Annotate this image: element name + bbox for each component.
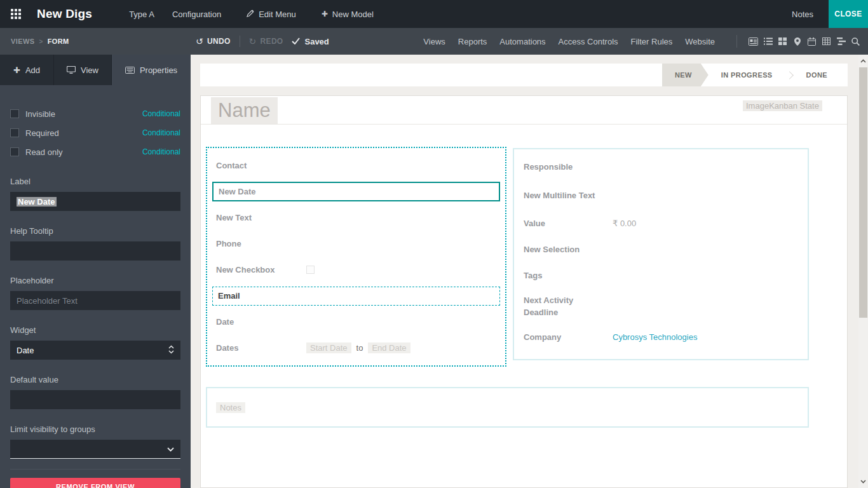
stage-new[interactable]: NEW: [662, 64, 709, 86]
company-link[interactable]: Cybrosys Technologies: [613, 332, 697, 342]
monitor-icon: [67, 66, 76, 74]
notes-menu[interactable]: Notes: [792, 10, 813, 19]
end-date-placeholder[interactable]: End Date: [368, 342, 410, 353]
required-conditional-link[interactable]: Conditional: [142, 128, 180, 137]
studio-toolbar: VIEWS > FORM ↺ UNDO ↻ REDO Saved Views: [0, 28, 868, 55]
readonly-checkbox[interactable]: [10, 147, 19, 156]
tab-add[interactable]: ✚ Add: [0, 55, 54, 85]
edit-menu-button[interactable]: Edit Menu: [247, 10, 296, 19]
field-dates[interactable]: Dates Start Date to End Date: [212, 335, 500, 361]
field-phone[interactable]: Phone: [212, 231, 500, 257]
invisible-conditional-link[interactable]: Conditional: [142, 109, 180, 118]
edit-menu-label: Edit Menu: [259, 10, 296, 19]
menu-type-a[interactable]: Type A: [129, 10, 154, 19]
invisible-checkbox[interactable]: [10, 109, 19, 118]
field-new-text[interactable]: New Text: [212, 205, 500, 231]
chevron-down-icon: [167, 444, 174, 454]
label-input[interactable]: New Date: [10, 192, 180, 211]
new-checkbox-input[interactable]: [306, 266, 315, 274]
stage-in-progress[interactable]: IN PROGRESS: [709, 64, 785, 86]
plus-icon: ✚: [322, 10, 328, 18]
pencil-icon: [247, 10, 254, 19]
form-group-left[interactable]: Contact New Date New Text Phone New Chec…: [206, 147, 506, 367]
toolbar-divider: [736, 35, 737, 48]
check-icon: [292, 37, 300, 46]
default-value-label: Default value: [10, 375, 180, 384]
field-new-multiline-text[interactable]: New Multiline Text: [520, 180, 802, 210]
toolbar-divider: [240, 36, 240, 47]
start-date-placeholder[interactable]: Start Date: [306, 342, 351, 353]
kanban-state-field[interactable]: ImageKanban State: [743, 100, 822, 111]
required-checkbox[interactable]: [10, 128, 19, 137]
placeholder-input[interactable]: [10, 291, 180, 310]
tab-properties[interactable]: Properties: [112, 55, 191, 85]
field-contact[interactable]: Contact: [212, 152, 500, 179]
field-next-activity-deadline[interactable]: Next Activity Deadline: [520, 288, 802, 324]
menu-reports[interactable]: Reports: [458, 37, 487, 46]
scroll-up-icon[interactable]: [858, 56, 868, 66]
undo-button[interactable]: ↺ UNDO: [196, 36, 231, 46]
form-group-right[interactable]: Responsible New Multiline Text Value ₹ 0…: [513, 148, 809, 360]
field-new-date-selected[interactable]: New Date: [212, 182, 500, 201]
stage-done[interactable]: DONE: [794, 64, 840, 86]
notes-field[interactable]: Notes: [206, 387, 809, 428]
field-new-selection[interactable]: New Selection: [520, 236, 802, 262]
breadcrumb-separator: >: [39, 38, 43, 45]
readonly-conditional-link[interactable]: Conditional: [142, 147, 180, 156]
groups-select[interactable]: [10, 440, 180, 459]
menu-filter-rules[interactable]: Filter Rules: [631, 37, 673, 46]
value-amount: ₹ 0.00: [613, 219, 636, 228]
field-value[interactable]: Value ₹ 0.00: [520, 210, 802, 236]
kanban-view-icon[interactable]: [775, 28, 790, 55]
sidebar-tabs: ✚ Add View Properties: [0, 55, 191, 85]
close-button[interactable]: CLOSE: [829, 0, 868, 28]
list-view-icon[interactable]: [761, 28, 775, 55]
top-navbar: New Digs Type A Configuration Edit Menu …: [0, 0, 868, 28]
form-editor-canvas: NEW IN PROGRESS DONE Name ImageKanban St…: [191, 55, 858, 488]
record-name-placeholder[interactable]: Name: [211, 97, 278, 124]
remove-from-view-button[interactable]: REMOVE FROM VIEW: [10, 478, 180, 488]
help-tooltip-input[interactable]: [10, 241, 180, 261]
field-tags[interactable]: Tags: [520, 262, 802, 288]
stage-chevron-icon: [785, 71, 794, 79]
gantt-view-icon[interactable]: [834, 28, 848, 55]
breadcrumb-views[interactable]: VIEWS: [11, 37, 34, 45]
undo-icon: ↺: [196, 36, 203, 46]
notes-placeholder: Notes: [216, 402, 245, 413]
breadcrumb-form: FORM: [48, 37, 69, 45]
tab-view[interactable]: View: [54, 55, 112, 85]
menu-website[interactable]: Website: [685, 37, 715, 46]
dates-separator: to: [356, 343, 363, 353]
label-field-label: Label: [10, 177, 180, 186]
widget-select[interactable]: Date: [10, 341, 180, 360]
field-date[interactable]: Date: [212, 309, 500, 335]
saved-indicator: Saved: [292, 37, 329, 46]
field-company[interactable]: Company Cybrosys Technologies: [520, 324, 802, 350]
plus-icon: ✚: [13, 65, 20, 75]
default-value-input[interactable]: [10, 390, 180, 409]
label-input-selected-text: New Date: [17, 197, 57, 207]
field-responsible[interactable]: Responsible: [520, 154, 802, 180]
menu-views[interactable]: Views: [423, 37, 445, 46]
new-model-button[interactable]: ✚ New Model: [322, 10, 374, 19]
menu-access-controls[interactable]: Access Controls: [559, 37, 618, 46]
pivot-view-icon[interactable]: [819, 28, 834, 55]
app-title: New Digs: [37, 7, 92, 21]
calendar-view-icon[interactable]: [804, 28, 819, 55]
toggle-invisible: Invisible Conditional: [10, 104, 180, 123]
new-model-label: New Model: [332, 10, 374, 19]
menu-configuration[interactable]: Configuration: [172, 10, 221, 19]
toggle-readonly: Read only Conditional: [10, 142, 180, 161]
field-new-checkbox[interactable]: New Checkbox: [212, 257, 500, 283]
statusbar: NEW IN PROGRESS DONE: [200, 64, 848, 86]
search-icon[interactable]: [848, 28, 863, 55]
form-view-icon[interactable]: [746, 28, 761, 55]
apps-grid-icon[interactable]: [11, 9, 21, 19]
field-email-highlighted[interactable]: Email: [212, 287, 500, 306]
redo-button[interactable]: ↻ REDO: [249, 36, 283, 46]
map-view-icon[interactable]: [790, 28, 804, 55]
scroll-down-icon[interactable]: [858, 477, 868, 487]
menu-automations[interactable]: Automations: [499, 37, 545, 46]
scrollbar-thumb[interactable]: [859, 67, 867, 318]
vertical-scrollbar[interactable]: [858, 55, 868, 488]
